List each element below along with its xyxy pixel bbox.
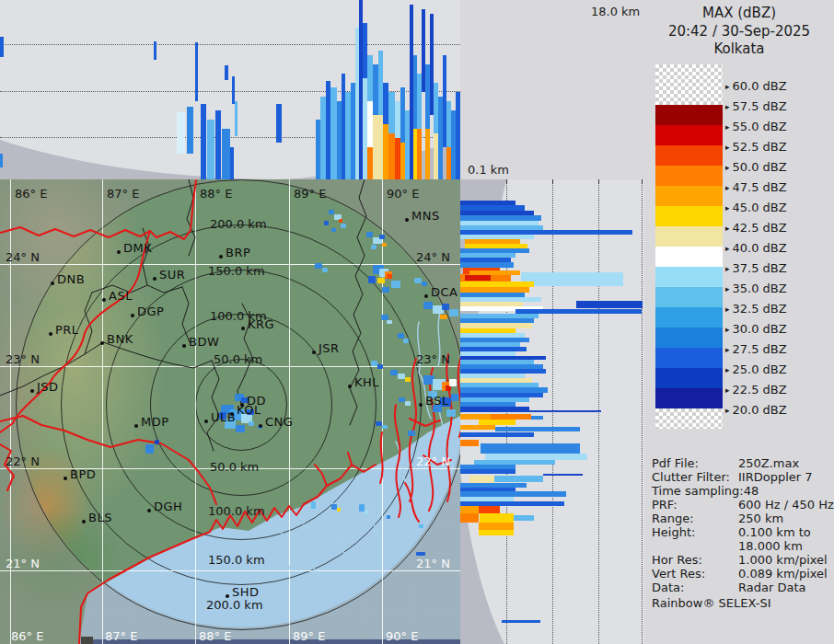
city-label-bnk: BNK bbox=[107, 332, 133, 346]
legend-arrow-icon: ▸ bbox=[725, 365, 730, 374]
city-label-cng: CNG bbox=[265, 415, 293, 429]
radar-echo-cell bbox=[322, 268, 328, 272]
city-dot-cng bbox=[259, 424, 262, 428]
city-label-shd: SHD bbox=[232, 585, 260, 599]
metadata-value: 0.089 km/pixel bbox=[738, 567, 828, 581]
city-label-dgh: DGH bbox=[154, 500, 182, 513]
radar-echo-cell bbox=[387, 515, 390, 519]
state-border-coastline bbox=[380, 354, 460, 522]
state-border-coastline bbox=[304, 453, 376, 504]
legend-arrow-icon: ▸ bbox=[725, 224, 730, 233]
legend-arrow-icon: ▸ bbox=[725, 305, 730, 314]
radar-echo-cell bbox=[337, 508, 341, 512]
legend-swatch bbox=[655, 287, 723, 307]
metadata-row: Range:250 km bbox=[652, 512, 832, 525]
metadata-label: Range: bbox=[652, 512, 694, 525]
longitude-label: 90° E bbox=[387, 187, 419, 201]
radar-echo-cell bbox=[155, 440, 159, 444]
legend-swatch bbox=[655, 388, 723, 408]
metadata-label: Clutter Filter: bbox=[652, 470, 730, 484]
radar-echo-cell bbox=[408, 431, 415, 436]
city-label-jsd: JSD bbox=[37, 380, 59, 394]
longitude-label: 89° E bbox=[293, 629, 325, 643]
radar-echo-cell bbox=[391, 281, 400, 288]
metadata-row: Time sampling:48 bbox=[652, 484, 832, 498]
echo-bar bbox=[207, 120, 214, 179]
echo-bar bbox=[485, 454, 587, 460]
axis-tick bbox=[506, 179, 507, 184]
city-label-dnb: DNB bbox=[57, 272, 85, 286]
legend-value-label: ▸52.5 dBZ bbox=[725, 140, 787, 154]
range-ring-label: 200.0 km bbox=[210, 217, 267, 231]
radar-echo-cell bbox=[390, 370, 398, 375]
xz-height-profile-panel[interactable] bbox=[0, 0, 460, 179]
longitude-label: 86° E bbox=[11, 629, 43, 643]
echo-bar bbox=[0, 154, 3, 167]
echo-bar bbox=[460, 425, 495, 430]
longitude-label: 87° E bbox=[105, 629, 137, 643]
legend-swatch bbox=[655, 368, 723, 388]
metadata-label: Data: bbox=[652, 581, 684, 594]
echo-bar bbox=[465, 275, 491, 281]
echo-bar bbox=[479, 506, 500, 513]
city-label-mns: MNS bbox=[411, 209, 440, 223]
radar-echo-cell bbox=[449, 309, 458, 316]
legend-swatch bbox=[655, 166, 723, 186]
legend-swatch bbox=[655, 105, 723, 125]
city-label-dmk: DMK bbox=[123, 241, 152, 255]
radar-echo-cell bbox=[419, 524, 423, 528]
legend-value-label: ▸50.0 dBZ bbox=[725, 160, 787, 174]
echo-bar bbox=[425, 129, 430, 179]
metadata-value: 600 Hz / 450 Hz bbox=[738, 498, 834, 512]
radar-echo-cell bbox=[249, 421, 254, 426]
city-dot-jsd bbox=[30, 389, 34, 393]
legend-value-label: ▸35.0 dBZ bbox=[725, 282, 787, 295]
latitude-label: 22° N bbox=[416, 454, 450, 468]
echo-bar bbox=[521, 272, 623, 286]
longitude-label: 88° E bbox=[199, 629, 231, 643]
echo-bar bbox=[480, 513, 514, 523]
legend-swatch bbox=[655, 186, 723, 206]
city-label-dgp: DGP bbox=[137, 305, 164, 318]
echo-bar bbox=[543, 474, 583, 476]
radar-echo-cell bbox=[377, 364, 383, 369]
legend-value-label: ▸30.0 dBZ bbox=[725, 322, 787, 336]
echo-bar bbox=[215, 110, 221, 179]
longitude-label: 86° E bbox=[15, 187, 47, 201]
latitude-label: 22° N bbox=[6, 454, 40, 468]
radar-echo-cell bbox=[440, 315, 447, 319]
legend-value-label: ▸20.0 dBZ bbox=[725, 403, 787, 417]
latitude-label: 21° N bbox=[6, 557, 40, 570]
city-label-mdp: MDP bbox=[141, 415, 169, 429]
city-dot-krg bbox=[241, 327, 245, 330]
axis-tick bbox=[642, 179, 643, 184]
legend-swatch bbox=[655, 145, 723, 166]
radar-echo-cell bbox=[329, 210, 334, 214]
radar-map-panel[interactable]: 86° E87° E88° E89° E90° E86° E87° E88° E… bbox=[0, 179, 460, 644]
city-label-sur: SUR bbox=[159, 268, 185, 282]
radar-echo-cell bbox=[405, 401, 411, 406]
city-label-khl: KHL bbox=[354, 375, 379, 389]
metadata-row: Hor Res:1.000 km/pixel bbox=[652, 553, 832, 567]
echo-bar bbox=[230, 147, 234, 179]
legend-value-label: ▸27.5 dBZ bbox=[725, 342, 787, 356]
range-ring-label: 200.0 km bbox=[206, 598, 263, 612]
echo-bar bbox=[195, 42, 198, 101]
echo-bar bbox=[388, 92, 395, 133]
city-dot-mdp bbox=[134, 424, 138, 428]
latitude-label: 23° N bbox=[6, 352, 40, 366]
legend-swatch bbox=[655, 247, 723, 267]
axis-tick bbox=[552, 179, 553, 184]
radar-echo-cell bbox=[422, 282, 427, 286]
yz-height-profile-panel[interactable] bbox=[460, 179, 644, 644]
radar-echo-cell bbox=[387, 320, 392, 324]
metadata-row: Vert Res:0.089 km/pixel bbox=[652, 567, 832, 581]
echo-bar bbox=[514, 515, 534, 521]
metadata-label: Height: bbox=[652, 525, 695, 539]
radar-echo-cell bbox=[377, 278, 385, 283]
city-label-brp: BRP bbox=[226, 246, 250, 259]
legend-swatch bbox=[655, 267, 723, 287]
city-label-bls: BLS bbox=[88, 511, 112, 524]
radar-echo-cell bbox=[449, 379, 457, 386]
radar-echo-cell bbox=[311, 501, 316, 509]
